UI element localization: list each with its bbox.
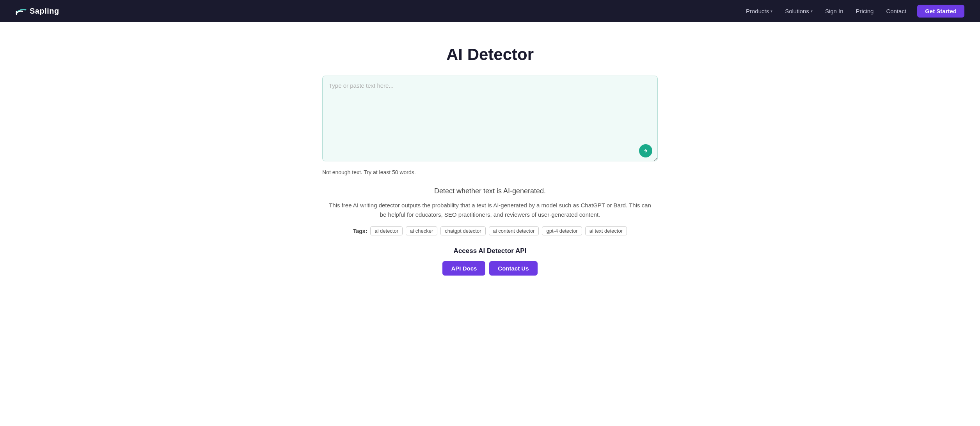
nav-contact[interactable]: Contact (881, 5, 911, 17)
sapling-logo-icon (16, 7, 27, 15)
navbar: Sapling Products ▾ Solutions ▾ Sign In P… (0, 0, 980, 22)
tag-chatgpt-detector[interactable]: chatgpt detector (440, 226, 485, 235)
tag-ai-checker[interactable]: ai checker (406, 226, 437, 235)
nav-products[interactable]: Products ▾ (741, 5, 777, 17)
page-title: AI Detector (322, 45, 658, 64)
chevron-down-icon: ▾ (811, 9, 813, 13)
api-buttons: API Docs Contact Us (322, 261, 658, 276)
tag-ai-detector[interactable]: ai detector (370, 226, 403, 235)
detect-textarea[interactable] (322, 76, 658, 161)
submit-button[interactable] (639, 144, 652, 157)
contact-us-button[interactable]: Contact Us (489, 261, 537, 276)
nav-solutions[interactable]: Solutions ▾ (780, 5, 817, 17)
logo-text: Sapling (30, 7, 59, 16)
arrow-right-icon (642, 147, 649, 154)
tags-row: Tags: ai detector ai checker chatgpt det… (322, 226, 658, 235)
logo[interactable]: Sapling (16, 7, 59, 16)
status-text: Not enough text. Try at least 50 words. (322, 169, 658, 175)
get-started-button[interactable]: Get Started (917, 5, 964, 18)
tag-gpt4-detector[interactable]: gpt-4 detector (542, 226, 582, 235)
description-body: This free AI writing detector outputs th… (326, 201, 654, 219)
main-content: AI Detector Not enough text. Try at leas… (314, 22, 666, 291)
api-section: Access AI Detector API API Docs Contact … (322, 247, 658, 276)
api-title: Access AI Detector API (322, 247, 658, 255)
tag-ai-text-detector[interactable]: ai text detector (585, 226, 627, 235)
nav-pricing[interactable]: Pricing (851, 5, 879, 17)
api-docs-button[interactable]: API Docs (442, 261, 485, 276)
chevron-down-icon: ▾ (771, 9, 772, 13)
tag-ai-content-detector[interactable]: ai content detector (489, 226, 539, 235)
textarea-container (322, 76, 658, 163)
nav-links: Products ▾ Solutions ▾ Sign In Pricing C… (741, 5, 964, 18)
description-section: Detect whether text is AI-generated. Thi… (322, 187, 658, 235)
description-subtitle: Detect whether text is AI-generated. (322, 187, 658, 195)
tags-label: Tags: (353, 228, 367, 234)
nav-signin[interactable]: Sign In (820, 5, 848, 17)
